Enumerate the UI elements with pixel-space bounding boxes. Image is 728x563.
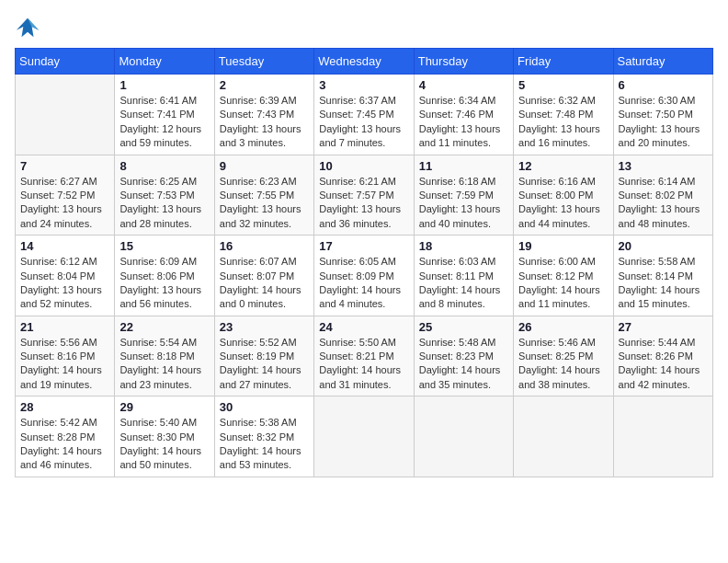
calendar-cell: [16, 75, 115, 155]
day-info: Sunrise: 6:32 AMSunset: 7:48 PMDaylight:…: [518, 94, 608, 151]
day-info: Sunrise: 6:03 AMSunset: 8:11 PMDaylight:…: [419, 255, 508, 312]
calendar-cell: 5Sunrise: 6:32 AMSunset: 7:48 PMDaylight…: [514, 75, 613, 155]
calendar-week-row: 1Sunrise: 6:41 AMSunset: 7:41 PMDaylight…: [16, 75, 713, 155]
logo: [15, 15, 44, 40]
calendar-cell: 23Sunrise: 5:52 AMSunset: 8:19 PMDayligh…: [214, 316, 313, 396]
calendar-header-row: SundayMondayTuesdayWednesdayThursdayFrid…: [16, 49, 713, 75]
day-info: Sunrise: 6:27 AMSunset: 7:52 PMDaylight:…: [20, 175, 109, 232]
day-of-week-header: Sunday: [16, 49, 115, 75]
calendar-cell: 29Sunrise: 5:40 AMSunset: 8:30 PMDayligh…: [115, 396, 214, 477]
day-info: Sunrise: 5:52 AMSunset: 8:19 PMDaylight:…: [220, 336, 309, 393]
day-info: Sunrise: 5:58 AMSunset: 8:14 PMDaylight:…: [619, 255, 708, 312]
day-number: 14: [20, 239, 109, 253]
calendar-cell: 24Sunrise: 5:50 AMSunset: 8:21 PMDayligh…: [314, 316, 414, 396]
calendar-cell: 1Sunrise: 6:41 AMSunset: 7:41 PMDaylight…: [115, 75, 214, 155]
day-of-week-header: Friday: [514, 49, 613, 75]
day-number: 12: [518, 159, 608, 173]
day-info: Sunrise: 6:34 AMSunset: 7:46 PMDaylight:…: [419, 94, 508, 151]
day-number: 24: [319, 320, 408, 334]
calendar-cell: 15Sunrise: 6:09 AMSunset: 8:06 PMDayligh…: [115, 236, 214, 316]
calendar-cell: 9Sunrise: 6:23 AMSunset: 7:55 PMDaylight…: [214, 155, 313, 236]
calendar-cell: 19Sunrise: 6:00 AMSunset: 8:12 PMDayligh…: [514, 236, 613, 316]
calendar-cell: 16Sunrise: 6:07 AMSunset: 8:07 PMDayligh…: [214, 236, 313, 316]
day-info: Sunrise: 6:23 AMSunset: 7:55 PMDaylight:…: [220, 175, 309, 232]
calendar-cell: 18Sunrise: 6:03 AMSunset: 8:11 PMDayligh…: [414, 236, 513, 316]
calendar-cell: 22Sunrise: 5:54 AMSunset: 8:18 PMDayligh…: [115, 316, 214, 396]
day-number: 2: [220, 78, 309, 92]
day-info: Sunrise: 5:48 AMSunset: 8:23 PMDaylight:…: [419, 336, 508, 393]
day-info: Sunrise: 6:00 AMSunset: 8:12 PMDaylight:…: [518, 255, 608, 312]
day-info: Sunrise: 5:50 AMSunset: 8:21 PMDaylight:…: [319, 336, 408, 393]
day-number: 1: [119, 78, 209, 92]
day-info: Sunrise: 6:18 AMSunset: 7:59 PMDaylight:…: [419, 175, 508, 232]
calendar-cell: [514, 396, 613, 477]
calendar-cell: 13Sunrise: 6:14 AMSunset: 8:02 PMDayligh…: [613, 155, 712, 236]
day-number: 5: [518, 78, 608, 92]
day-number: 26: [518, 320, 608, 334]
day-info: Sunrise: 6:21 AMSunset: 7:57 PMDaylight:…: [319, 175, 408, 232]
day-info: Sunrise: 6:05 AMSunset: 8:09 PMDaylight:…: [319, 255, 408, 312]
day-info: Sunrise: 6:16 AMSunset: 8:00 PMDaylight:…: [518, 175, 608, 232]
calendar-cell: 14Sunrise: 6:12 AMSunset: 8:04 PMDayligh…: [16, 236, 115, 316]
day-info: Sunrise: 5:42 AMSunset: 8:28 PMDaylight:…: [20, 416, 109, 473]
day-number: 15: [119, 239, 209, 253]
day-number: 16: [220, 239, 309, 253]
day-of-week-header: Wednesday: [314, 49, 414, 75]
day-info: Sunrise: 6:39 AMSunset: 7:43 PMDaylight:…: [220, 94, 309, 151]
day-number: 8: [119, 159, 209, 173]
calendar-cell: [314, 396, 414, 477]
calendar-cell: [414, 396, 513, 477]
day-info: Sunrise: 5:44 AMSunset: 8:26 PMDaylight:…: [619, 336, 708, 393]
day-number: 4: [419, 78, 508, 92]
calendar-cell: 3Sunrise: 6:37 AMSunset: 7:45 PMDaylight…: [314, 75, 414, 155]
day-number: 25: [419, 320, 508, 334]
day-number: 11: [419, 159, 508, 173]
calendar-cell: 25Sunrise: 5:48 AMSunset: 8:23 PMDayligh…: [414, 316, 513, 396]
day-number: 10: [319, 159, 408, 173]
calendar-cell: 26Sunrise: 5:46 AMSunset: 8:25 PMDayligh…: [514, 316, 613, 396]
day-number: 27: [619, 320, 708, 334]
day-info: Sunrise: 5:46 AMSunset: 8:25 PMDaylight:…: [518, 336, 608, 393]
day-number: 17: [319, 239, 408, 253]
calendar-week-row: 28Sunrise: 5:42 AMSunset: 8:28 PMDayligh…: [16, 396, 713, 477]
day-number: 22: [119, 320, 209, 334]
calendar-table: SundayMondayTuesdayWednesdayThursdayFrid…: [15, 48, 713, 477]
calendar-cell: 12Sunrise: 6:16 AMSunset: 8:00 PMDayligh…: [514, 155, 613, 236]
calendar-cell: 11Sunrise: 6:18 AMSunset: 7:59 PMDayligh…: [414, 155, 513, 236]
calendar-cell: [613, 396, 712, 477]
calendar-week-row: 14Sunrise: 6:12 AMSunset: 8:04 PMDayligh…: [16, 236, 713, 316]
day-number: 28: [20, 400, 109, 414]
day-number: 23: [220, 320, 309, 334]
day-info: Sunrise: 6:14 AMSunset: 8:02 PMDaylight:…: [619, 175, 708, 232]
calendar-cell: 6Sunrise: 6:30 AMSunset: 7:50 PMDaylight…: [613, 75, 712, 155]
day-of-week-header: Tuesday: [214, 49, 313, 75]
day-number: 19: [518, 239, 608, 253]
day-of-week-header: Monday: [115, 49, 214, 75]
day-info: Sunrise: 6:41 AMSunset: 7:41 PMDaylight:…: [119, 94, 209, 151]
calendar-cell: 28Sunrise: 5:42 AMSunset: 8:28 PMDayligh…: [16, 396, 115, 477]
day-info: Sunrise: 6:07 AMSunset: 8:07 PMDaylight:…: [220, 255, 309, 312]
day-number: 20: [619, 239, 708, 253]
calendar-cell: 30Sunrise: 5:38 AMSunset: 8:32 PMDayligh…: [214, 396, 313, 477]
calendar-cell: 21Sunrise: 5:56 AMSunset: 8:16 PMDayligh…: [16, 316, 115, 396]
day-info: Sunrise: 6:37 AMSunset: 7:45 PMDaylight:…: [319, 94, 408, 151]
logo-icon: [15, 15, 40, 40]
day-info: Sunrise: 6:12 AMSunset: 8:04 PMDaylight:…: [20, 255, 109, 312]
day-number: 6: [619, 78, 708, 92]
calendar-cell: 10Sunrise: 6:21 AMSunset: 7:57 PMDayligh…: [314, 155, 414, 236]
day-info: Sunrise: 6:30 AMSunset: 7:50 PMDaylight:…: [619, 94, 708, 151]
page-header: [15, 15, 713, 40]
calendar-cell: 20Sunrise: 5:58 AMSunset: 8:14 PMDayligh…: [613, 236, 712, 316]
calendar-week-row: 21Sunrise: 5:56 AMSunset: 8:16 PMDayligh…: [16, 316, 713, 396]
calendar-cell: 4Sunrise: 6:34 AMSunset: 7:46 PMDaylight…: [414, 75, 513, 155]
day-number: 9: [220, 159, 309, 173]
day-of-week-header: Saturday: [613, 49, 712, 75]
day-info: Sunrise: 5:56 AMSunset: 8:16 PMDaylight:…: [20, 336, 109, 393]
day-number: 29: [119, 400, 209, 414]
calendar-cell: 2Sunrise: 6:39 AMSunset: 7:43 PMDaylight…: [214, 75, 313, 155]
day-info: Sunrise: 6:09 AMSunset: 8:06 PMDaylight:…: [119, 255, 209, 312]
day-info: Sunrise: 5:54 AMSunset: 8:18 PMDaylight:…: [119, 336, 209, 393]
calendar-cell: 7Sunrise: 6:27 AMSunset: 7:52 PMDaylight…: [16, 155, 115, 236]
calendar-cell: 27Sunrise: 5:44 AMSunset: 8:26 PMDayligh…: [613, 316, 712, 396]
day-number: 3: [319, 78, 408, 92]
